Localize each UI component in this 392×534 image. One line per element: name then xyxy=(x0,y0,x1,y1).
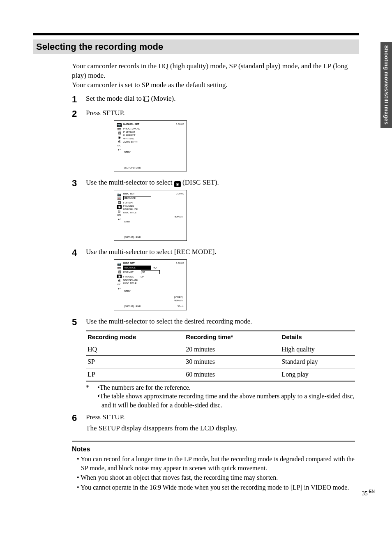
icon-row: 📼 xyxy=(117,266,122,270)
menu-heading: DISC SET xyxy=(123,261,135,265)
top-rule xyxy=(33,33,359,35)
step-2-text: Press SETUP. xyxy=(86,109,355,118)
table-header: Recording time* xyxy=(184,331,280,343)
page-number: 35-EN xyxy=(362,489,375,497)
icon-row: 📷 xyxy=(117,123,122,127)
table-row: HQ 20 minutes High quality xyxy=(86,343,355,356)
lcd-screenshot-setup: 📷 📼 🖼 ◉ 🖨 ETC ↩ MANUAL SET PROGRAM AE P … xyxy=(114,120,187,171)
icon-row: 🖼 xyxy=(117,270,122,274)
stby-label: STBY xyxy=(124,150,131,154)
step-4-text: Use the multi-selector to select [REC MO… xyxy=(86,247,355,257)
step-number: 4 xyxy=(72,247,86,257)
step-3-text: Use the multi-selector to select ◉ (DISC… xyxy=(86,178,355,187)
step-5-text: Use the multi-selector to select the des… xyxy=(86,317,355,326)
table-row: LP 60 minutes Long play xyxy=(86,368,355,381)
disc-icon: ◉ xyxy=(174,181,181,187)
timecode: 0:00:00 xyxy=(176,261,184,265)
icon-row: 📷 xyxy=(117,193,122,196)
movie-icon xyxy=(143,96,149,101)
lcd-screenshot-discset: 📷 📼 🖼 ◉ 🖨 ETC ↩ DISC SET REC MODE FORMAT… xyxy=(114,190,187,241)
notes-heading: Notes xyxy=(72,446,355,453)
icon-row: ETC xyxy=(117,283,122,287)
remain-video: [VIDEO] REMAIN xyxy=(174,296,183,302)
intro-line-1: Your camcorder records in the HQ (high q… xyxy=(72,62,355,81)
step-6-text-b: The SETUP display disappears from the LC… xyxy=(86,424,355,433)
icon-row: ETC xyxy=(117,213,122,217)
icon-row: ◉ xyxy=(117,275,122,278)
menu-icon-column: 📷 📼 🖼 ◉ 🖨 ETC ↩ xyxy=(117,262,122,291)
step-number: 2 xyxy=(72,109,86,118)
step-1-text: Set the mode dial to (Movie). xyxy=(86,94,355,104)
icon-row: 🖨 xyxy=(117,279,122,282)
icon-row: ETC xyxy=(117,144,122,148)
icon-row: ◉ xyxy=(117,136,122,139)
table-footnote: * •The numbers are for the reference. •T… xyxy=(86,383,355,410)
setup-end-hint: [SETUP] : END xyxy=(124,236,141,239)
step-number: 3 xyxy=(72,178,86,188)
icon-row: 🖨 xyxy=(117,209,122,213)
remain-time: 30min xyxy=(178,305,184,308)
intro-line-2: Your camcorder is set to SP mode as the … xyxy=(72,81,355,90)
menu-icon-column: 📷 📼 🖼 ◉ 🖨 ETC ↩ xyxy=(117,123,122,152)
step-number: 5 xyxy=(72,317,86,327)
step-6-text-a: Press SETUP. xyxy=(86,413,355,422)
setup-end-hint: [SETUP] : END xyxy=(124,305,141,308)
table-row: SP 30 minutes Standard play xyxy=(86,356,355,368)
intro-text: Your camcorder records in the HQ (high q… xyxy=(72,62,355,90)
menu-heading: DISC SET xyxy=(123,192,135,195)
step-number: 1 xyxy=(72,94,86,104)
icon-row: 📼 xyxy=(117,197,122,201)
timecode: 0:00:00 xyxy=(176,123,184,126)
icon-row: ↩ xyxy=(117,217,122,221)
recording-mode-table: Recording mode Recording time* Details H… xyxy=(86,331,355,381)
table-header: Details xyxy=(280,331,355,343)
lcd-screenshot-recmode: 📷 📼 🖼 ◉ 🖨 ETC ↩ DISC SET REC MODE xyxy=(114,259,187,310)
page-title: Selecting the recording mode xyxy=(33,39,359,54)
menu-icon-column: 📷 📼 🖼 ◉ 🖨 ETC ↩ xyxy=(117,193,122,221)
icon-row: 📼 xyxy=(117,127,122,131)
table-header: Recording mode xyxy=(86,331,184,343)
notes-list: • You can record for a longer time in th… xyxy=(72,455,355,492)
stby-label: STBY xyxy=(124,289,131,293)
note-item: • You can record for a longer time in th… xyxy=(77,455,355,472)
timecode: 0:00:00 xyxy=(176,192,184,195)
icon-row: 📷 xyxy=(117,262,122,266)
remain-label: REMAIN xyxy=(174,215,183,218)
step-number: 6 xyxy=(72,413,86,423)
note-item: • You cannot operate in the 16:9 Wide mo… xyxy=(77,483,355,492)
icon-row: 🖨 xyxy=(117,140,122,143)
icon-row: ↩ xyxy=(117,148,122,152)
stby-label: STBY xyxy=(124,220,131,223)
note-item: • When you shoot an object that moves fa… xyxy=(77,473,355,482)
setup-end-hint: [SETUP] : END xyxy=(124,166,141,169)
side-chapter-tab: Shooting movies/still images xyxy=(380,42,392,128)
icon-row: ◉ xyxy=(117,205,122,209)
icon-row: ↩ xyxy=(117,287,122,291)
icon-row: 🖼 xyxy=(117,132,122,135)
icon-row: 🖼 xyxy=(117,201,122,205)
menu-heading: MANUAL SET xyxy=(123,123,139,126)
